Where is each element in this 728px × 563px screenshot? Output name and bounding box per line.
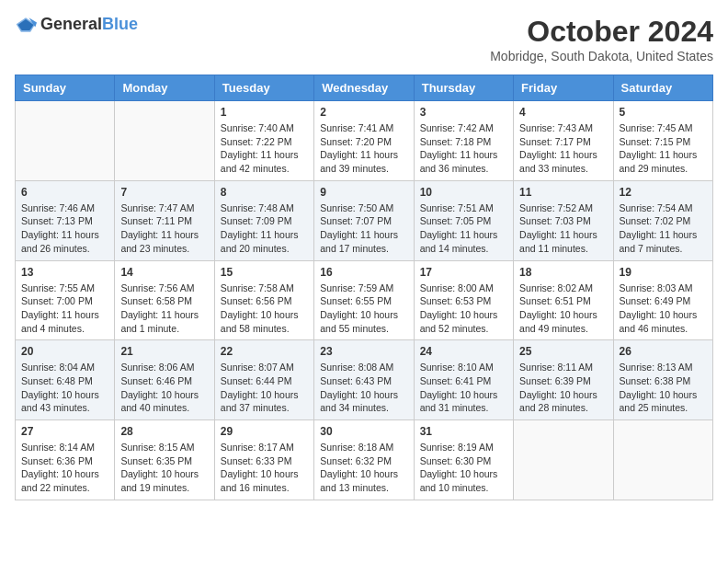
column-header-monday: Monday — [115, 75, 214, 101]
calendar-cell: 24Sunrise: 8:10 AMSunset: 6:41 PMDayligh… — [414, 340, 513, 420]
column-header-saturday: Saturday — [613, 75, 712, 101]
day-info: Sunrise: 8:15 AMSunset: 6:35 PMDaylight:… — [120, 441, 208, 495]
day-info: Sunrise: 7:56 AMSunset: 6:58 PMDaylight:… — [120, 282, 208, 336]
calendar-cell: 25Sunrise: 8:11 AMSunset: 6:39 PMDayligh… — [514, 340, 613, 420]
day-info: Sunrise: 7:40 AMSunset: 7:22 PMDaylight:… — [221, 121, 308, 176]
day-info: Sunrise: 7:52 AMSunset: 7:03 PMDaylight:… — [519, 201, 607, 256]
calendar-cell: 20Sunrise: 8:04 AMSunset: 6:48 PMDayligh… — [16, 340, 115, 420]
day-number: 2 — [320, 106, 407, 119]
calendar-cell: 5Sunrise: 7:45 AMSunset: 7:15 PMDaylight… — [613, 101, 712, 181]
calendar-cell: 21Sunrise: 8:06 AMSunset: 6:46 PMDayligh… — [115, 340, 214, 420]
day-number: 21 — [120, 345, 208, 358]
calendar-week-5: 27Sunrise: 8:14 AMSunset: 6:36 PMDayligh… — [16, 420, 713, 500]
day-info: Sunrise: 7:47 AMSunset: 7:11 PMDaylight:… — [120, 201, 208, 256]
day-info: Sunrise: 7:41 AMSunset: 7:20 PMDaylight:… — [320, 121, 407, 176]
calendar-cell: 31Sunrise: 8:19 AMSunset: 6:30 PMDayligh… — [414, 420, 513, 500]
calendar-cell: 11Sunrise: 7:52 AMSunset: 7:03 PMDayligh… — [514, 180, 613, 260]
calendar-cell: 7Sunrise: 7:47 AMSunset: 7:11 PMDaylight… — [115, 180, 214, 260]
calendar-cell: 27Sunrise: 8:14 AMSunset: 6:36 PMDayligh… — [16, 420, 115, 500]
calendar-week-2: 6Sunrise: 7:46 AMSunset: 7:13 PMDaylight… — [16, 180, 713, 260]
day-number: 5 — [620, 106, 707, 119]
day-info: Sunrise: 7:59 AMSunset: 6:55 PMDaylight:… — [320, 282, 407, 336]
calendar-cell: 26Sunrise: 8:13 AMSunset: 6:38 PMDayligh… — [613, 340, 712, 420]
day-info: Sunrise: 7:58 AMSunset: 6:56 PMDaylight:… — [221, 282, 308, 336]
calendar-cell: 30Sunrise: 8:18 AMSunset: 6:32 PMDayligh… — [314, 420, 414, 500]
day-info: Sunrise: 7:46 AMSunset: 7:13 PMDaylight:… — [21, 201, 108, 256]
day-number: 22 — [221, 345, 308, 358]
calendar-cell: 13Sunrise: 7:55 AMSunset: 7:00 PMDayligh… — [16, 260, 115, 340]
column-header-sunday: Sunday — [16, 75, 115, 101]
day-number: 1 — [221, 106, 308, 119]
day-number: 25 — [519, 345, 607, 358]
logo-text: GeneralBlue — [40, 15, 138, 34]
day-info: Sunrise: 8:14 AMSunset: 6:36 PMDaylight:… — [21, 441, 108, 495]
calendar-cell: 15Sunrise: 7:58 AMSunset: 6:56 PMDayligh… — [214, 260, 313, 340]
day-number: 13 — [21, 266, 108, 279]
title-block: October 2024 Mobridge, South Dakota, Uni… — [490, 15, 713, 63]
day-number: 18 — [519, 266, 607, 279]
calendar-cell: 1Sunrise: 7:40 AMSunset: 7:22 PMDaylight… — [214, 101, 313, 181]
column-header-wednesday: Wednesday — [314, 75, 414, 101]
day-info: Sunrise: 8:07 AMSunset: 6:44 PMDaylight:… — [221, 361, 308, 415]
column-header-thursday: Thursday — [414, 75, 513, 101]
calendar-cell — [16, 101, 115, 181]
page-header: GeneralBlue October 2024 Mobridge, South… — [15, 15, 713, 63]
calendar-cell — [514, 420, 613, 500]
calendar-cell: 23Sunrise: 8:08 AMSunset: 6:43 PMDayligh… — [314, 340, 414, 420]
calendar-cell: 4Sunrise: 7:43 AMSunset: 7:17 PMDaylight… — [514, 101, 613, 181]
day-info: Sunrise: 7:51 AMSunset: 7:05 PMDaylight:… — [420, 201, 507, 256]
day-info: Sunrise: 8:13 AMSunset: 6:38 PMDaylight:… — [620, 361, 707, 415]
day-number: 23 — [320, 345, 407, 358]
calendar-cell: 17Sunrise: 8:00 AMSunset: 6:53 PMDayligh… — [414, 260, 513, 340]
day-number: 24 — [420, 345, 507, 358]
day-info: Sunrise: 7:55 AMSunset: 7:00 PMDaylight:… — [21, 282, 108, 336]
day-number: 15 — [221, 266, 308, 279]
calendar-header-row: SundayMondayTuesdayWednesdayThursdayFrid… — [16, 75, 713, 101]
day-number: 7 — [120, 186, 208, 199]
logo-blue: Blue — [102, 15, 138, 33]
day-info: Sunrise: 7:45 AMSunset: 7:15 PMDaylight:… — [620, 121, 707, 176]
calendar-cell: 29Sunrise: 8:17 AMSunset: 6:33 PMDayligh… — [214, 420, 313, 500]
calendar-cell: 3Sunrise: 7:42 AMSunset: 7:18 PMDaylight… — [414, 101, 513, 181]
day-info: Sunrise: 8:04 AMSunset: 6:48 PMDaylight:… — [21, 361, 108, 415]
main-title: October 2024 — [490, 15, 713, 49]
day-number: 26 — [620, 345, 707, 358]
day-info: Sunrise: 7:54 AMSunset: 7:02 PMDaylight:… — [620, 201, 707, 256]
calendar-cell: 10Sunrise: 7:51 AMSunset: 7:05 PMDayligh… — [414, 180, 513, 260]
day-info: Sunrise: 8:02 AMSunset: 6:51 PMDaylight:… — [519, 282, 607, 336]
day-number: 6 — [21, 186, 108, 199]
day-number: 29 — [221, 425, 308, 438]
calendar-cell: 22Sunrise: 8:07 AMSunset: 6:44 PMDayligh… — [214, 340, 313, 420]
day-info: Sunrise: 8:17 AMSunset: 6:33 PMDaylight:… — [221, 441, 308, 495]
calendar-cell: 6Sunrise: 7:46 AMSunset: 7:13 PMDaylight… — [16, 180, 115, 260]
calendar-cell: 16Sunrise: 7:59 AMSunset: 6:55 PMDayligh… — [314, 260, 414, 340]
calendar-cell: 2Sunrise: 7:41 AMSunset: 7:20 PMDaylight… — [314, 101, 414, 181]
column-header-friday: Friday — [514, 75, 613, 101]
calendar-week-4: 20Sunrise: 8:04 AMSunset: 6:48 PMDayligh… — [16, 340, 713, 420]
day-info: Sunrise: 8:18 AMSunset: 6:32 PMDaylight:… — [320, 441, 407, 495]
calendar-cell — [115, 101, 214, 181]
logo-general: General — [40, 15, 102, 33]
day-info: Sunrise: 8:03 AMSunset: 6:49 PMDaylight:… — [620, 282, 707, 336]
logo-icon — [15, 16, 37, 34]
calendar-table: SundayMondayTuesdayWednesdayThursdayFrid… — [15, 75, 713, 500]
day-info: Sunrise: 8:10 AMSunset: 6:41 PMDaylight:… — [420, 361, 507, 415]
subtitle: Mobridge, South Dakota, United States — [490, 49, 713, 63]
logo: GeneralBlue — [15, 15, 138, 34]
day-number: 20 — [21, 345, 108, 358]
calendar-week-1: 1Sunrise: 7:40 AMSunset: 7:22 PMDaylight… — [16, 101, 713, 181]
day-number: 28 — [120, 425, 208, 438]
day-info: Sunrise: 7:48 AMSunset: 7:09 PMDaylight:… — [221, 201, 308, 256]
day-number: 3 — [420, 106, 507, 119]
day-number: 16 — [320, 266, 407, 279]
column-header-tuesday: Tuesday — [214, 75, 313, 101]
day-number: 11 — [519, 186, 607, 199]
calendar-cell: 12Sunrise: 7:54 AMSunset: 7:02 PMDayligh… — [613, 180, 712, 260]
day-number: 27 — [21, 425, 108, 438]
day-number: 10 — [420, 186, 507, 199]
calendar-cell: 28Sunrise: 8:15 AMSunset: 6:35 PMDayligh… — [115, 420, 214, 500]
calendar-cell: 14Sunrise: 7:56 AMSunset: 6:58 PMDayligh… — [115, 260, 214, 340]
calendar-cell: 18Sunrise: 8:02 AMSunset: 6:51 PMDayligh… — [514, 260, 613, 340]
day-info: Sunrise: 8:19 AMSunset: 6:30 PMDaylight:… — [420, 441, 507, 495]
day-info: Sunrise: 8:08 AMSunset: 6:43 PMDaylight:… — [320, 361, 407, 415]
